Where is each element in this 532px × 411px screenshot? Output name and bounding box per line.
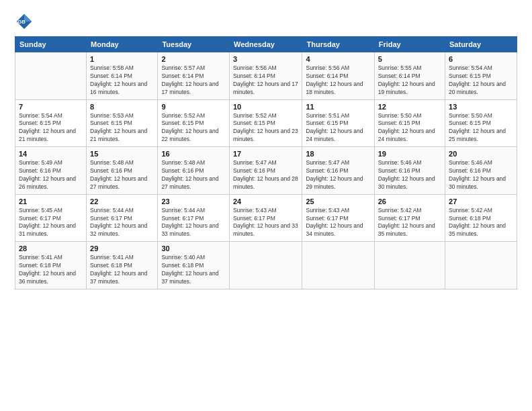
sunset-time: Sunset: 6:15 PM bbox=[306, 120, 348, 126]
day-detail: Sunrise: 5:40 AM Sunset: 6:18 PM Dayligh… bbox=[161, 254, 226, 286]
sunrise-time: Sunrise: 5:49 AM bbox=[19, 159, 62, 166]
day-detail: Sunrise: 5:55 AM Sunset: 6:14 PM Dayligh… bbox=[378, 64, 441, 97]
daylight-hours: Daylight: 12 hours and 21 minutes. bbox=[19, 128, 76, 142]
day-detail: Sunrise: 5:43 AM Sunset: 6:17 PM Dayligh… bbox=[306, 207, 370, 239]
sunrise-time: Sunrise: 5:44 AM bbox=[90, 207, 134, 214]
day-number: 27 bbox=[449, 197, 513, 205]
calendar-cell: 6 Sunrise: 5:54 AM Sunset: 6:15 PM Dayli… bbox=[445, 52, 517, 100]
sunrise-time: Sunrise: 5:54 AM bbox=[449, 64, 492, 71]
col-sunday: Sunday bbox=[15, 37, 87, 52]
sunset-time: Sunset: 6:16 PM bbox=[90, 167, 132, 174]
sunrise-time: Sunrise: 5:42 AM bbox=[449, 207, 492, 214]
sunrise-time: Sunrise: 5:51 AM bbox=[306, 112, 349, 119]
page: GB Sunday Monday Tuesday Wednesday Thurs… bbox=[0, 0, 532, 411]
sunset-time: Sunset: 6:14 PM bbox=[233, 73, 275, 79]
sunrise-time: Sunrise: 5:50 AM bbox=[378, 112, 422, 119]
sunset-time: Sunset: 6:14 PM bbox=[378, 73, 420, 79]
sunset-time: Sunset: 6:18 PM bbox=[19, 262, 61, 269]
calendar-cell: 8 Sunrise: 5:53 AM Sunset: 6:15 PM Dayli… bbox=[87, 99, 158, 147]
sunrise-time: Sunrise: 5:52 AM bbox=[161, 112, 205, 119]
sunset-time: Sunset: 6:14 PM bbox=[161, 73, 204, 79]
calendar-cell: 21 Sunrise: 5:45 AM Sunset: 6:17 PM Dayl… bbox=[15, 194, 87, 242]
sunrise-time: Sunrise: 5:46 AM bbox=[378, 159, 422, 166]
sunset-time: Sunset: 6:15 PM bbox=[378, 120, 420, 126]
day-number: 3 bbox=[233, 55, 299, 63]
daylight-hours: Daylight: 12 hours and 36 minutes. bbox=[19, 270, 76, 285]
day-detail: Sunrise: 5:44 AM Sunset: 6:17 PM Dayligh… bbox=[90, 207, 154, 239]
day-number: 2 bbox=[161, 55, 226, 63]
daylight-hours: Daylight: 12 hours and 30 minutes. bbox=[378, 175, 435, 190]
daylight-hours: Daylight: 12 hours and 18 minutes. bbox=[306, 81, 363, 95]
calendar-cell: 18 Sunrise: 5:47 AM Sunset: 6:16 PM Dayl… bbox=[302, 147, 374, 195]
day-number: 19 bbox=[378, 150, 441, 158]
day-number: 5 bbox=[378, 55, 441, 63]
sunset-time: Sunset: 6:17 PM bbox=[233, 215, 275, 222]
daylight-hours: Daylight: 12 hours and 26 minutes. bbox=[19, 175, 76, 190]
day-detail: Sunrise: 5:56 AM Sunset: 6:14 PM Dayligh… bbox=[233, 64, 299, 97]
daylight-hours: Daylight: 12 hours and 35 minutes. bbox=[378, 222, 435, 237]
calendar-cell bbox=[229, 242, 302, 289]
day-detail: Sunrise: 5:48 AM Sunset: 6:16 PM Dayligh… bbox=[90, 159, 154, 191]
sunset-time: Sunset: 6:17 PM bbox=[90, 215, 132, 222]
day-number: 6 bbox=[449, 55, 513, 63]
svg-text:GB: GB bbox=[17, 19, 26, 25]
sunrise-time: Sunrise: 5:53 AM bbox=[90, 112, 134, 119]
sunrise-time: Sunrise: 5:56 AM bbox=[233, 64, 277, 71]
day-detail: Sunrise: 5:45 AM Sunset: 6:17 PM Dayligh… bbox=[19, 207, 83, 239]
calendar-cell: 12 Sunrise: 5:50 AM Sunset: 6:15 PM Dayl… bbox=[374, 99, 445, 147]
day-detail: Sunrise: 5:54 AM Sunset: 6:15 PM Dayligh… bbox=[19, 112, 83, 144]
day-detail: Sunrise: 5:54 AM Sunset: 6:15 PM Dayligh… bbox=[449, 64, 513, 97]
daylight-hours: Daylight: 12 hours and 31 minutes. bbox=[19, 222, 76, 237]
calendar-cell: 23 Sunrise: 5:44 AM Sunset: 6:17 PM Dayl… bbox=[158, 194, 230, 242]
day-detail: Sunrise: 5:52 AM Sunset: 6:15 PM Dayligh… bbox=[233, 112, 299, 144]
sunrise-time: Sunrise: 5:40 AM bbox=[161, 254, 205, 261]
sunset-time: Sunset: 6:16 PM bbox=[306, 167, 348, 174]
day-detail: Sunrise: 5:41 AM Sunset: 6:18 PM Dayligh… bbox=[90, 254, 154, 286]
day-number: 26 bbox=[378, 197, 441, 205]
daylight-hours: Daylight: 12 hours and 28 minutes. bbox=[233, 175, 298, 190]
calendar-cell: 4 Sunrise: 5:56 AM Sunset: 6:14 PM Dayli… bbox=[302, 52, 374, 100]
calendar-cell: 10 Sunrise: 5:52 AM Sunset: 6:15 PM Dayl… bbox=[229, 99, 302, 147]
sunrise-time: Sunrise: 5:54 AM bbox=[19, 112, 62, 119]
day-number: 9 bbox=[161, 103, 226, 111]
calendar-cell: 26 Sunrise: 5:42 AM Sunset: 6:17 PM Dayl… bbox=[374, 194, 445, 242]
sunrise-time: Sunrise: 5:58 AM bbox=[90, 64, 134, 71]
sunset-time: Sunset: 6:17 PM bbox=[161, 215, 204, 222]
daylight-hours: Daylight: 12 hours and 35 minutes. bbox=[449, 222, 506, 237]
sunset-time: Sunset: 6:16 PM bbox=[449, 167, 491, 174]
day-detail: Sunrise: 5:56 AM Sunset: 6:14 PM Dayligh… bbox=[306, 64, 370, 97]
daylight-hours: Daylight: 12 hours and 24 minutes. bbox=[378, 128, 435, 142]
calendar-cell bbox=[15, 52, 87, 100]
sunset-time: Sunset: 6:15 PM bbox=[161, 120, 204, 126]
day-number: 15 bbox=[90, 150, 154, 158]
day-number: 30 bbox=[161, 244, 226, 253]
calendar-cell: 20 Sunrise: 5:46 AM Sunset: 6:16 PM Dayl… bbox=[445, 147, 517, 195]
calendar-cell bbox=[302, 242, 374, 289]
day-number: 22 bbox=[90, 197, 154, 205]
sunrise-time: Sunrise: 5:42 AM bbox=[378, 207, 422, 214]
day-detail: Sunrise: 5:43 AM Sunset: 6:17 PM Dayligh… bbox=[233, 207, 299, 239]
col-saturday: Saturday bbox=[445, 37, 517, 52]
day-number: 4 bbox=[306, 55, 370, 63]
daylight-hours: Daylight: 12 hours and 16 minutes. bbox=[90, 81, 147, 95]
sunset-time: Sunset: 6:16 PM bbox=[378, 167, 420, 174]
day-detail: Sunrise: 5:49 AM Sunset: 6:16 PM Dayligh… bbox=[19, 159, 83, 191]
calendar-table: Sunday Monday Tuesday Wednesday Thursday… bbox=[15, 36, 517, 289]
day-number: 13 bbox=[449, 103, 513, 111]
sunset-time: Sunset: 6:14 PM bbox=[306, 73, 348, 79]
logo-icon: GB bbox=[15, 12, 34, 31]
calendar-header-row: Sunday Monday Tuesday Wednesday Thursday… bbox=[15, 37, 517, 52]
day-detail: Sunrise: 5:53 AM Sunset: 6:15 PM Dayligh… bbox=[90, 112, 154, 144]
daylight-hours: Daylight: 12 hours and 34 minutes. bbox=[306, 222, 363, 237]
day-number: 21 bbox=[19, 197, 83, 205]
calendar-cell: 2 Sunrise: 5:57 AM Sunset: 6:14 PM Dayli… bbox=[158, 52, 230, 100]
sunset-time: Sunset: 6:16 PM bbox=[233, 167, 275, 174]
calendar-cell: 30 Sunrise: 5:40 AM Sunset: 6:18 PM Dayl… bbox=[158, 242, 230, 289]
daylight-hours: Daylight: 12 hours and 24 minutes. bbox=[306, 128, 363, 142]
daylight-hours: Daylight: 12 hours and 37 minutes. bbox=[161, 270, 218, 285]
calendar-cell: 22 Sunrise: 5:44 AM Sunset: 6:17 PM Dayl… bbox=[87, 194, 158, 242]
day-number: 14 bbox=[19, 150, 83, 158]
daylight-hours: Daylight: 12 hours and 21 minutes. bbox=[90, 128, 147, 142]
day-detail: Sunrise: 5:52 AM Sunset: 6:15 PM Dayligh… bbox=[161, 112, 226, 144]
calendar-week-row: 21 Sunrise: 5:45 AM Sunset: 6:17 PM Dayl… bbox=[15, 194, 517, 242]
